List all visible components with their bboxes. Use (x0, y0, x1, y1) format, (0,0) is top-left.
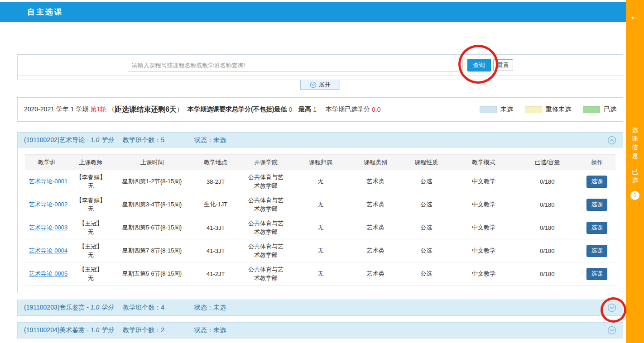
max-credit-value: 1 (313, 106, 317, 113)
table-cell: 星期四第7-8节{8-15周} (113, 239, 192, 262)
chevron-down-icon (607, 303, 616, 312)
table-cell: 【李春娟】 无 (69, 170, 113, 193)
table-cell: 0/180 (516, 193, 578, 216)
min-credit-value: 0 (288, 106, 292, 113)
column-header: 已选/容量 (516, 155, 578, 170)
countdown-text: 距选课结束还剩6天 (115, 105, 177, 114)
column-header: 课程类别 (350, 155, 401, 170)
table-cell: 艺术类 (350, 216, 401, 239)
table-cell: 中文教学 (451, 193, 516, 216)
course-status: 状态：未选 (194, 326, 226, 334)
table-cell: 中文教学 (451, 262, 516, 286)
table-cell: 中文教学 (451, 239, 516, 262)
table-cell: 星期四第1-2节{8-15周} (113, 170, 192, 193)
class-name-cell: 艺术导论-0005 (25, 262, 69, 286)
table-cell: 0/180 (516, 170, 578, 193)
course-class-count: 教学班个数：5 (123, 136, 164, 144)
course-header-bar[interactable]: (191100203)音乐鉴赏 - 1.0 学分教学班个数：4状态：未选 (18, 300, 623, 315)
search-panel-footer (17, 76, 623, 80)
table-cell: 【王冠】 无 (69, 262, 113, 286)
collapse-toggle[interactable] (607, 326, 616, 335)
course-title: (191100202)艺术导论 - (24, 136, 91, 144)
table-cell: 无 (292, 193, 350, 216)
course-header-bar[interactable]: (191100204)美术鉴赏 - 1.0 学分教学班个数：2状态：未选 (18, 323, 623, 338)
table-cell: 艺术类 (350, 193, 401, 216)
select-course-button[interactable]: 选课 (586, 268, 607, 280)
column-header: 教学班 (25, 155, 69, 170)
column-header: 课程归属 (292, 155, 350, 170)
sidebar-tab-selected[interactable]: 已选 (631, 167, 639, 185)
table-cell: 公共体育与艺 术教学部 (240, 170, 292, 193)
table-cell: 星期四第5-6节{8-15周} (113, 216, 192, 239)
course-status: 状态：未选 (194, 136, 226, 144)
selected-count-badge: 0 (630, 191, 639, 200)
sidebar-tab-course-info[interactable]: 选课信息 (631, 126, 639, 160)
collapse-toggle[interactable] (607, 303, 616, 312)
expand-toggle[interactable]: 展开 (300, 80, 340, 90)
course-title: (191100204)美术鉴赏 - (24, 326, 91, 334)
table-cell: 公选 (401, 193, 451, 216)
course-class-count: 教学班个数：2 (123, 326, 164, 334)
query-button[interactable]: 查询 (467, 59, 491, 71)
table-cell: 公选 (401, 216, 451, 239)
course-class-count: 教学班个数：4 (123, 304, 164, 312)
chevron-down-icon (607, 326, 616, 335)
max-credit-label: 最高 (298, 105, 311, 114)
requirement-label: 本学期选课要求总学分(不包括)最低 (187, 105, 287, 114)
column-header: 开课学院 (240, 155, 292, 170)
right-sidebar: ← 选课信息 已选 0 (626, 0, 644, 343)
class-row: 艺术导论-0003【王冠】 无星期四第5-6节{8-15周}41-3JT公共体育… (25, 216, 615, 239)
table-cell: 0/180 (516, 262, 578, 286)
table-cell: 41-3JT (192, 216, 240, 239)
select-course-button[interactable]: 选课 (586, 245, 607, 257)
round-text: 第1轮 (90, 105, 106, 114)
search-input[interactable] (128, 59, 463, 71)
table-cell: 生化-1JT (192, 193, 240, 216)
select-course-button[interactable]: 选课 (586, 222, 607, 234)
table-cell: 中文教学 (451, 216, 516, 239)
table-cell: 公共体育与艺 术教学部 (240, 239, 292, 262)
class-link[interactable]: 艺术导论-0001 (29, 178, 67, 185)
reset-button[interactable]: 重置 (493, 59, 513, 71)
sidebar-tab-group: 选课信息 已选 0 (626, 126, 644, 200)
selection-info-bar: 2020-2021 学年 1 学期 第1轮 （ 距选课结束还剩6天 ） 本学期选… (17, 97, 623, 122)
class-name-cell: 艺术导论-0004 (25, 239, 69, 262)
class-row: 艺术导论-0002【李春娟】 无星期四第3-4节{8-15周}生化-1JT公共体… (25, 193, 615, 216)
class-name-cell: 艺术导论-0003 (25, 216, 69, 239)
select-course-button[interactable]: 选课 (586, 199, 607, 211)
course-title: (191100203)音乐鉴赏 - (24, 304, 91, 312)
action-cell: 选课 (578, 216, 615, 239)
term-text: 2020-2021 学年 1 学期 (24, 105, 88, 114)
legend-item: 未选 (480, 105, 513, 114)
table-cell: 中文教学 (451, 170, 516, 193)
class-name-cell: 艺术导论-0001 (25, 170, 69, 193)
table-cell: 无 (292, 170, 350, 193)
class-row: 艺术导论-0005【王冠】 无星期五第5-6节{8-15周}41-2JT公共体育… (25, 262, 615, 286)
table-cell: 公选 (401, 170, 451, 193)
class-link[interactable]: 艺术导论-0004 (29, 247, 67, 254)
expand-label: 展开 (319, 81, 331, 89)
table-cell: 41-3JT (192, 239, 240, 262)
legend-swatch (480, 106, 497, 113)
action-cell: 选课 (578, 262, 615, 286)
course-header-bar[interactable]: (191100202)艺术导论 - 1.0 学分教学班个数：5状态：未选 (18, 133, 623, 148)
collapse-sidebar-arrow-icon[interactable]: ← (626, 10, 644, 22)
table-cell: 艺术类 (350, 239, 401, 262)
class-link[interactable]: 艺术导论-0003 (29, 224, 67, 231)
legend-swatch (525, 106, 542, 113)
column-header: 上课教师 (69, 155, 113, 170)
class-link[interactable]: 艺术导论-0002 (29, 201, 67, 208)
table-cell: 0/180 (516, 216, 578, 239)
legend-item: 重修未选 (525, 105, 571, 114)
earned-credit-value: 0.0 (372, 106, 380, 113)
collapse-toggle[interactable] (607, 136, 616, 145)
column-header: 上课时间 (113, 155, 192, 170)
table-header-row: 教学班上课教师上课时间教学地点开课学院课程归属课程类别课程性质教学模式已选/容量… (25, 155, 615, 170)
column-header: 教学模式 (451, 155, 516, 170)
class-link[interactable]: 艺术导论-0005 (29, 270, 67, 277)
action-cell: 选课 (578, 170, 615, 193)
legend-item: 已选 (583, 105, 616, 114)
countdown-paren-open: （ (108, 105, 115, 114)
select-course-button[interactable]: 选课 (586, 176, 607, 188)
course-list: (191100202)艺术导论 - 1.0 学分教学班个数：5状态：未选教学班上… (17, 132, 623, 343)
